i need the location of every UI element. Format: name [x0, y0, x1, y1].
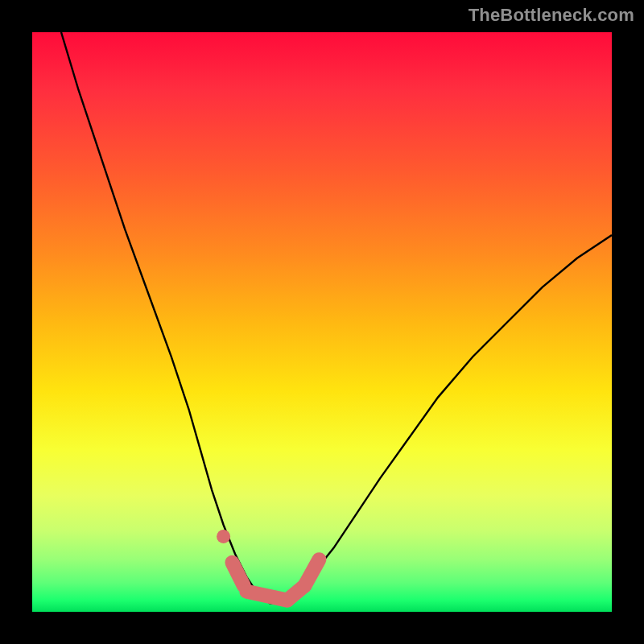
optimal-range-marker — [217, 530, 319, 601]
plot-area — [32, 32, 612, 612]
bottleneck-curve — [61, 32, 612, 603]
watermark-text: TheBottleneck.com — [469, 5, 634, 26]
bottleneck-curve-svg — [32, 32, 612, 612]
optimal-dot — [217, 530, 230, 543]
chart-frame: TheBottleneck.com — [0, 0, 644, 644]
optimal-segment-3 — [304, 559, 319, 585]
